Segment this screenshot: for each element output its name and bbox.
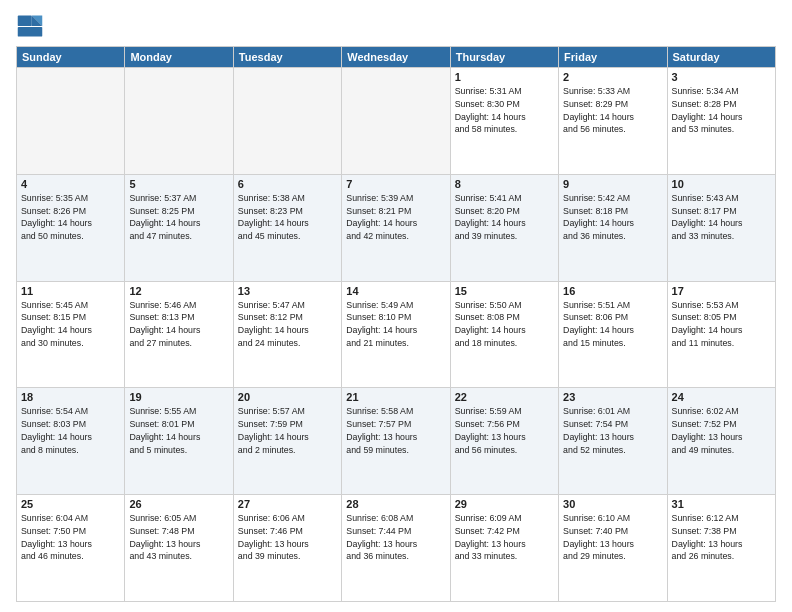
day-info: Sunrise: 5:49 AM Sunset: 8:10 PM Dayligh… — [346, 299, 445, 350]
day-number: 9 — [563, 178, 662, 190]
day-number: 26 — [129, 498, 228, 510]
day-info: Sunrise: 5:37 AM Sunset: 8:25 PM Dayligh… — [129, 192, 228, 243]
day-cell: 13Sunrise: 5:47 AM Sunset: 8:12 PM Dayli… — [233, 281, 341, 388]
day-cell: 26Sunrise: 6:05 AM Sunset: 7:48 PM Dayli… — [125, 495, 233, 602]
header-cell-thursday: Thursday — [450, 47, 558, 68]
day-info: Sunrise: 5:35 AM Sunset: 8:26 PM Dayligh… — [21, 192, 120, 243]
day-info: Sunrise: 5:47 AM Sunset: 8:12 PM Dayligh… — [238, 299, 337, 350]
week-row-4: 18Sunrise: 5:54 AM Sunset: 8:03 PM Dayli… — [17, 388, 776, 495]
day-number: 28 — [346, 498, 445, 510]
day-number: 30 — [563, 498, 662, 510]
day-cell: 7Sunrise: 5:39 AM Sunset: 8:21 PM Daylig… — [342, 174, 450, 281]
day-info: Sunrise: 5:51 AM Sunset: 8:06 PM Dayligh… — [563, 299, 662, 350]
header-cell-wednesday: Wednesday — [342, 47, 450, 68]
day-number: 27 — [238, 498, 337, 510]
header-cell-sunday: Sunday — [17, 47, 125, 68]
day-info: Sunrise: 6:04 AM Sunset: 7:50 PM Dayligh… — [21, 512, 120, 563]
day-number: 11 — [21, 285, 120, 297]
day-number: 25 — [21, 498, 120, 510]
day-info: Sunrise: 5:38 AM Sunset: 8:23 PM Dayligh… — [238, 192, 337, 243]
day-number: 18 — [21, 391, 120, 403]
day-info: Sunrise: 5:31 AM Sunset: 8:30 PM Dayligh… — [455, 85, 554, 136]
header — [16, 12, 776, 40]
day-info: Sunrise: 6:02 AM Sunset: 7:52 PM Dayligh… — [672, 405, 771, 456]
day-number: 14 — [346, 285, 445, 297]
day-number: 29 — [455, 498, 554, 510]
week-row-2: 4Sunrise: 5:35 AM Sunset: 8:26 PM Daylig… — [17, 174, 776, 281]
day-number: 31 — [672, 498, 771, 510]
day-number: 3 — [672, 71, 771, 83]
day-cell: 30Sunrise: 6:10 AM Sunset: 7:40 PM Dayli… — [559, 495, 667, 602]
day-cell: 20Sunrise: 5:57 AM Sunset: 7:59 PM Dayli… — [233, 388, 341, 495]
day-cell: 9Sunrise: 5:42 AM Sunset: 8:18 PM Daylig… — [559, 174, 667, 281]
day-cell: 24Sunrise: 6:02 AM Sunset: 7:52 PM Dayli… — [667, 388, 775, 495]
day-cell: 27Sunrise: 6:06 AM Sunset: 7:46 PM Dayli… — [233, 495, 341, 602]
day-info: Sunrise: 5:41 AM Sunset: 8:20 PM Dayligh… — [455, 192, 554, 243]
day-cell: 12Sunrise: 5:46 AM Sunset: 8:13 PM Dayli… — [125, 281, 233, 388]
day-number: 24 — [672, 391, 771, 403]
day-cell — [125, 68, 233, 175]
week-row-1: 1Sunrise: 5:31 AM Sunset: 8:30 PM Daylig… — [17, 68, 776, 175]
day-info: Sunrise: 5:43 AM Sunset: 8:17 PM Dayligh… — [672, 192, 771, 243]
day-cell: 17Sunrise: 5:53 AM Sunset: 8:05 PM Dayli… — [667, 281, 775, 388]
day-number: 22 — [455, 391, 554, 403]
day-info: Sunrise: 5:46 AM Sunset: 8:13 PM Dayligh… — [129, 299, 228, 350]
day-cell: 21Sunrise: 5:58 AM Sunset: 7:57 PM Dayli… — [342, 388, 450, 495]
day-cell — [17, 68, 125, 175]
day-info: Sunrise: 5:54 AM Sunset: 8:03 PM Dayligh… — [21, 405, 120, 456]
day-info: Sunrise: 5:34 AM Sunset: 8:28 PM Dayligh… — [672, 85, 771, 136]
svg-rect-2 — [18, 16, 32, 27]
day-info: Sunrise: 5:55 AM Sunset: 8:01 PM Dayligh… — [129, 405, 228, 456]
day-cell — [233, 68, 341, 175]
header-row: SundayMondayTuesdayWednesdayThursdayFrid… — [17, 47, 776, 68]
day-cell: 18Sunrise: 5:54 AM Sunset: 8:03 PM Dayli… — [17, 388, 125, 495]
day-cell: 23Sunrise: 6:01 AM Sunset: 7:54 PM Dayli… — [559, 388, 667, 495]
day-info: Sunrise: 6:08 AM Sunset: 7:44 PM Dayligh… — [346, 512, 445, 563]
day-cell: 15Sunrise: 5:50 AM Sunset: 8:08 PM Dayli… — [450, 281, 558, 388]
day-cell: 4Sunrise: 5:35 AM Sunset: 8:26 PM Daylig… — [17, 174, 125, 281]
day-number: 16 — [563, 285, 662, 297]
day-number: 15 — [455, 285, 554, 297]
day-cell: 19Sunrise: 5:55 AM Sunset: 8:01 PM Dayli… — [125, 388, 233, 495]
day-cell: 11Sunrise: 5:45 AM Sunset: 8:15 PM Dayli… — [17, 281, 125, 388]
day-cell: 10Sunrise: 5:43 AM Sunset: 8:17 PM Dayli… — [667, 174, 775, 281]
day-info: Sunrise: 5:45 AM Sunset: 8:15 PM Dayligh… — [21, 299, 120, 350]
page: SundayMondayTuesdayWednesdayThursdayFrid… — [0, 0, 792, 612]
day-number: 13 — [238, 285, 337, 297]
day-number: 23 — [563, 391, 662, 403]
day-info: Sunrise: 5:57 AM Sunset: 7:59 PM Dayligh… — [238, 405, 337, 456]
day-number: 8 — [455, 178, 554, 190]
day-cell: 6Sunrise: 5:38 AM Sunset: 8:23 PM Daylig… — [233, 174, 341, 281]
day-cell: 22Sunrise: 5:59 AM Sunset: 7:56 PM Dayli… — [450, 388, 558, 495]
day-cell: 1Sunrise: 5:31 AM Sunset: 8:30 PM Daylig… — [450, 68, 558, 175]
day-cell: 14Sunrise: 5:49 AM Sunset: 8:10 PM Dayli… — [342, 281, 450, 388]
day-info: Sunrise: 5:58 AM Sunset: 7:57 PM Dayligh… — [346, 405, 445, 456]
day-number: 7 — [346, 178, 445, 190]
day-number: 5 — [129, 178, 228, 190]
day-cell — [342, 68, 450, 175]
day-info: Sunrise: 5:42 AM Sunset: 8:18 PM Dayligh… — [563, 192, 662, 243]
day-number: 12 — [129, 285, 228, 297]
day-info: Sunrise: 5:50 AM Sunset: 8:08 PM Dayligh… — [455, 299, 554, 350]
day-number: 10 — [672, 178, 771, 190]
day-info: Sunrise: 6:12 AM Sunset: 7:38 PM Dayligh… — [672, 512, 771, 563]
day-number: 4 — [21, 178, 120, 190]
day-number: 6 — [238, 178, 337, 190]
logo-icon — [16, 12, 44, 40]
week-row-3: 11Sunrise: 5:45 AM Sunset: 8:15 PM Dayli… — [17, 281, 776, 388]
svg-rect-3 — [18, 27, 43, 37]
day-info: Sunrise: 5:59 AM Sunset: 7:56 PM Dayligh… — [455, 405, 554, 456]
day-cell: 16Sunrise: 5:51 AM Sunset: 8:06 PM Dayli… — [559, 281, 667, 388]
header-cell-friday: Friday — [559, 47, 667, 68]
day-cell: 2Sunrise: 5:33 AM Sunset: 8:29 PM Daylig… — [559, 68, 667, 175]
day-cell: 29Sunrise: 6:09 AM Sunset: 7:42 PM Dayli… — [450, 495, 558, 602]
week-row-5: 25Sunrise: 6:04 AM Sunset: 7:50 PM Dayli… — [17, 495, 776, 602]
header-cell-tuesday: Tuesday — [233, 47, 341, 68]
day-number: 1 — [455, 71, 554, 83]
day-cell: 31Sunrise: 6:12 AM Sunset: 7:38 PM Dayli… — [667, 495, 775, 602]
day-info: Sunrise: 5:39 AM Sunset: 8:21 PM Dayligh… — [346, 192, 445, 243]
day-number: 19 — [129, 391, 228, 403]
day-info: Sunrise: 6:05 AM Sunset: 7:48 PM Dayligh… — [129, 512, 228, 563]
day-cell: 25Sunrise: 6:04 AM Sunset: 7:50 PM Dayli… — [17, 495, 125, 602]
day-number: 2 — [563, 71, 662, 83]
